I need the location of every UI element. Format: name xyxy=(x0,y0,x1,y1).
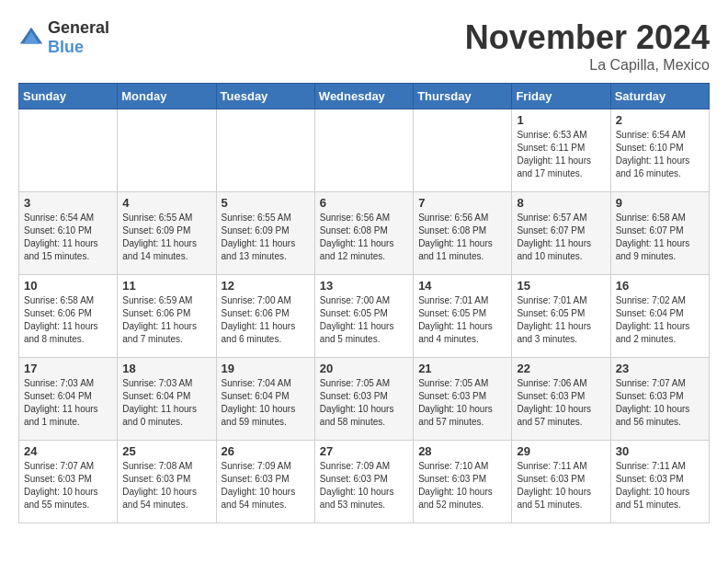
calendar-cell: 13Sunrise: 7:00 AM Sunset: 6:05 PM Dayli… xyxy=(314,275,413,358)
calendar-body: 1Sunrise: 6:53 AM Sunset: 6:11 PM Daylig… xyxy=(19,109,710,523)
day-number: 8 xyxy=(517,196,605,210)
calendar-cell: 20Sunrise: 7:05 AM Sunset: 6:03 PM Dayli… xyxy=(314,358,413,441)
day-info: Sunrise: 7:03 AM Sunset: 6:04 PM Dayligh… xyxy=(122,377,210,429)
day-number: 3 xyxy=(24,196,112,210)
calendar-cell: 23Sunrise: 7:07 AM Sunset: 6:03 PM Dayli… xyxy=(610,358,709,441)
day-number: 21 xyxy=(418,362,506,375)
day-info: Sunrise: 7:01 AM Sunset: 6:05 PM Dayligh… xyxy=(517,294,605,346)
day-info: Sunrise: 6:58 AM Sunset: 6:06 PM Dayligh… xyxy=(24,294,112,346)
day-info: Sunrise: 7:07 AM Sunset: 6:03 PM Dayligh… xyxy=(24,460,112,511)
title-block: November 2024 La Capilla, Mexico xyxy=(465,18,710,74)
calendar-cell: 7Sunrise: 6:56 AM Sunset: 6:08 PM Daylig… xyxy=(414,192,512,275)
day-number: 23 xyxy=(616,362,704,375)
day-info: Sunrise: 7:04 AM Sunset: 6:04 PM Dayligh… xyxy=(222,377,310,429)
day-info: Sunrise: 7:09 AM Sunset: 6:03 PM Dayligh… xyxy=(222,460,310,511)
day-number: 28 xyxy=(418,444,506,458)
day-info: Sunrise: 7:08 AM Sunset: 6:03 PM Dayligh… xyxy=(122,460,210,511)
logo-text: General Blue xyxy=(48,18,109,57)
day-number: 1 xyxy=(517,113,605,127)
calendar-cell: 24Sunrise: 7:07 AM Sunset: 6:03 PM Dayli… xyxy=(19,441,118,523)
day-number: 6 xyxy=(320,196,408,210)
header-cell-friday: Friday xyxy=(512,84,610,109)
header-cell-thursday: Thursday xyxy=(414,84,512,109)
day-number: 10 xyxy=(24,279,112,293)
day-number: 9 xyxy=(616,196,704,210)
day-info: Sunrise: 7:03 AM Sunset: 6:04 PM Dayligh… xyxy=(24,377,112,429)
calendar-cell: 18Sunrise: 7:03 AM Sunset: 6:04 PM Dayli… xyxy=(118,358,216,441)
day-info: Sunrise: 7:01 AM Sunset: 6:05 PM Dayligh… xyxy=(418,294,506,346)
day-number: 18 xyxy=(122,362,210,375)
day-number: 2 xyxy=(616,113,704,127)
day-info: Sunrise: 7:06 AM Sunset: 6:03 PM Dayligh… xyxy=(517,377,605,429)
calendar-cell xyxy=(216,109,314,192)
calendar-cell: 12Sunrise: 7:00 AM Sunset: 6:06 PM Dayli… xyxy=(216,275,314,358)
calendar-cell: 3Sunrise: 6:54 AM Sunset: 6:10 PM Daylig… xyxy=(19,192,118,275)
header-cell-saturday: Saturday xyxy=(610,84,709,109)
calendar-cell: 2Sunrise: 6:54 AM Sunset: 6:10 PM Daylig… xyxy=(610,109,709,192)
logo: General Blue xyxy=(18,18,109,57)
day-info: Sunrise: 7:10 AM Sunset: 6:03 PM Dayligh… xyxy=(418,460,506,511)
day-info: Sunrise: 7:07 AM Sunset: 6:03 PM Dayligh… xyxy=(616,377,704,429)
day-number: 15 xyxy=(517,279,605,293)
day-info: Sunrise: 7:11 AM Sunset: 6:03 PM Dayligh… xyxy=(517,460,605,511)
day-info: Sunrise: 7:02 AM Sunset: 6:04 PM Dayligh… xyxy=(616,294,704,346)
day-info: Sunrise: 7:05 AM Sunset: 6:03 PM Dayligh… xyxy=(418,377,506,429)
header-cell-sunday: Sunday xyxy=(19,84,118,109)
calendar-cell: 5Sunrise: 6:55 AM Sunset: 6:09 PM Daylig… xyxy=(216,192,314,275)
calendar-cell: 6Sunrise: 6:56 AM Sunset: 6:08 PM Daylig… xyxy=(314,192,413,275)
header-cell-monday: Monday xyxy=(118,84,216,109)
calendar-cell: 11Sunrise: 6:59 AM Sunset: 6:06 PM Dayli… xyxy=(118,275,216,358)
location: La Capilla, Mexico xyxy=(465,57,710,74)
day-info: Sunrise: 6:56 AM Sunset: 6:08 PM Dayligh… xyxy=(418,212,506,263)
day-number: 20 xyxy=(320,362,408,375)
day-number: 16 xyxy=(616,279,704,293)
calendar-cell xyxy=(19,109,118,192)
day-info: Sunrise: 6:53 AM Sunset: 6:11 PM Dayligh… xyxy=(517,129,605,180)
calendar-cell: 22Sunrise: 7:06 AM Sunset: 6:03 PM Dayli… xyxy=(512,358,610,441)
day-number: 25 xyxy=(122,444,210,458)
week-row-3: 10Sunrise: 6:58 AM Sunset: 6:06 PM Dayli… xyxy=(19,275,710,358)
calendar-cell: 28Sunrise: 7:10 AM Sunset: 6:03 PM Dayli… xyxy=(414,441,512,523)
day-number: 14 xyxy=(418,279,506,293)
calendar-cell: 29Sunrise: 7:11 AM Sunset: 6:03 PM Dayli… xyxy=(512,441,610,523)
calendar-cell: 30Sunrise: 7:11 AM Sunset: 6:03 PM Dayli… xyxy=(610,441,709,523)
day-info: Sunrise: 7:11 AM Sunset: 6:03 PM Dayligh… xyxy=(616,460,704,511)
calendar-cell: 8Sunrise: 6:57 AM Sunset: 6:07 PM Daylig… xyxy=(512,192,610,275)
day-info: Sunrise: 6:55 AM Sunset: 6:09 PM Dayligh… xyxy=(122,212,210,263)
day-info: Sunrise: 7:00 AM Sunset: 6:06 PM Dayligh… xyxy=(222,294,310,346)
week-row-4: 17Sunrise: 7:03 AM Sunset: 6:04 PM Dayli… xyxy=(19,358,710,441)
day-number: 27 xyxy=(320,444,408,458)
day-info: Sunrise: 6:59 AM Sunset: 6:06 PM Dayligh… xyxy=(122,294,210,346)
calendar-cell: 26Sunrise: 7:09 AM Sunset: 6:03 PM Dayli… xyxy=(216,441,314,523)
day-number: 13 xyxy=(320,279,408,293)
day-number: 30 xyxy=(616,444,704,458)
calendar-cell: 27Sunrise: 7:09 AM Sunset: 6:03 PM Dayli… xyxy=(314,441,413,523)
calendar-cell xyxy=(118,109,216,192)
day-info: Sunrise: 6:58 AM Sunset: 6:07 PM Dayligh… xyxy=(616,212,704,263)
day-number: 22 xyxy=(517,362,605,375)
page-header: General Blue November 2024 La Capilla, M… xyxy=(18,18,710,74)
day-number: 11 xyxy=(122,279,210,293)
day-info: Sunrise: 7:00 AM Sunset: 6:05 PM Dayligh… xyxy=(320,294,408,346)
logo-general: General xyxy=(48,18,109,37)
day-number: 17 xyxy=(24,362,112,375)
day-info: Sunrise: 6:57 AM Sunset: 6:07 PM Dayligh… xyxy=(517,212,605,263)
day-number: 24 xyxy=(24,444,112,458)
calendar-table: SundayMondayTuesdayWednesdayThursdayFrid… xyxy=(18,83,710,523)
day-number: 29 xyxy=(517,444,605,458)
calendar-cell: 1Sunrise: 6:53 AM Sunset: 6:11 PM Daylig… xyxy=(512,109,610,192)
day-number: 5 xyxy=(222,196,310,210)
calendar-cell: 21Sunrise: 7:05 AM Sunset: 6:03 PM Dayli… xyxy=(414,358,512,441)
calendar-cell: 14Sunrise: 7:01 AM Sunset: 6:05 PM Dayli… xyxy=(414,275,512,358)
calendar-cell: 4Sunrise: 6:55 AM Sunset: 6:09 PM Daylig… xyxy=(118,192,216,275)
week-row-2: 3Sunrise: 6:54 AM Sunset: 6:10 PM Daylig… xyxy=(19,192,710,275)
day-number: 7 xyxy=(418,196,506,210)
calendar-cell: 15Sunrise: 7:01 AM Sunset: 6:05 PM Dayli… xyxy=(512,275,610,358)
day-number: 26 xyxy=(222,444,310,458)
calendar-cell: 25Sunrise: 7:08 AM Sunset: 6:03 PM Dayli… xyxy=(118,441,216,523)
header-cell-wednesday: Wednesday xyxy=(314,84,413,109)
day-info: Sunrise: 6:54 AM Sunset: 6:10 PM Dayligh… xyxy=(616,129,704,180)
day-number: 4 xyxy=(122,196,210,210)
day-info: Sunrise: 6:56 AM Sunset: 6:08 PM Dayligh… xyxy=(320,212,408,263)
logo-icon xyxy=(18,25,44,51)
